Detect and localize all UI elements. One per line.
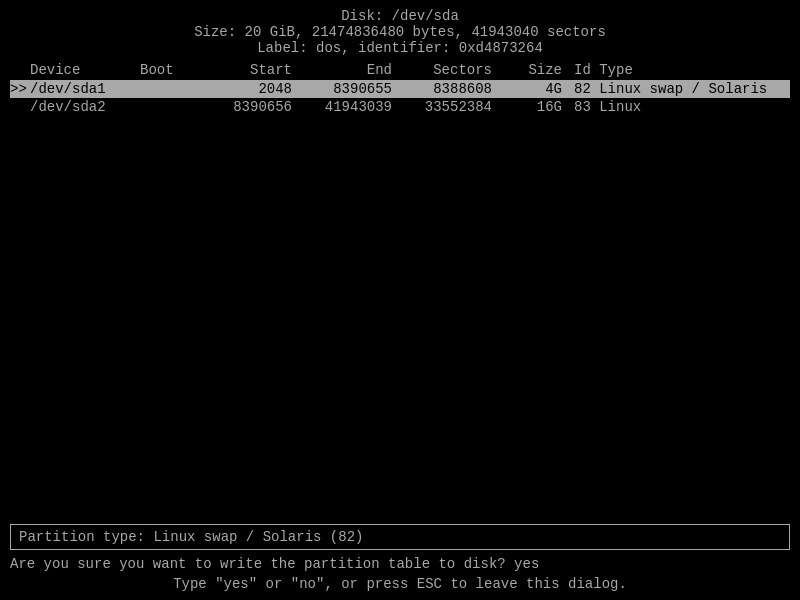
partition-type-text: Partition type: Linux swap / Solaris (82… <box>19 529 363 545</box>
row1-size: 4G <box>500 81 570 97</box>
row2-device: /dev/sda2 <box>30 99 140 115</box>
header-start: Start <box>200 62 300 78</box>
row2-sectors: 33552384 <box>400 99 500 115</box>
row1-device: /dev/sda1 <box>30 81 140 97</box>
header-prefix <box>10 62 30 78</box>
header-id-type: Id Type <box>570 62 770 78</box>
row2-prefix <box>10 99 30 115</box>
table-row[interactable]: /dev/sda2 8390656 41943039 33552384 16G … <box>10 98 790 116</box>
row1-sectors: 8388608 <box>400 81 500 97</box>
table-row[interactable]: >> /dev/sda1 2048 8390655 8388608 4G 82 … <box>10 80 790 98</box>
row1-boot <box>140 81 200 97</box>
header-boot: Boot <box>140 62 200 78</box>
row2-boot <box>140 99 200 115</box>
partition-type-box: Partition type: Linux swap / Solaris (82… <box>10 524 790 550</box>
header-sectors: Sectors <box>400 62 500 78</box>
row2-end: 41943039 <box>300 99 400 115</box>
row2-start: 8390656 <box>200 99 300 115</box>
row1-start: 2048 <box>200 81 300 97</box>
disk-size: Size: 20 GiB, 21474836480 bytes, 4194304… <box>0 24 800 40</box>
disk-label: Label: dos, identifier: 0xd4873264 <box>0 40 800 56</box>
row1-id-type: 82 Linux swap / Solaris <box>570 81 770 97</box>
row2-id-type: 83 Linux <box>570 99 770 115</box>
confirm-text: Are you sure you want to write the parti… <box>10 556 790 572</box>
row2-size: 16G <box>500 99 570 115</box>
row1-end: 8390655 <box>300 81 400 97</box>
row1-prefix: >> <box>10 81 30 97</box>
header-end: End <box>300 62 400 78</box>
disk-title: Disk: /dev/sda <box>0 8 800 24</box>
header-device: Device <box>30 62 140 78</box>
header-size: Size <box>500 62 570 78</box>
instruction-text: Type "yes" or "no", or press ESC to leav… <box>10 576 790 592</box>
